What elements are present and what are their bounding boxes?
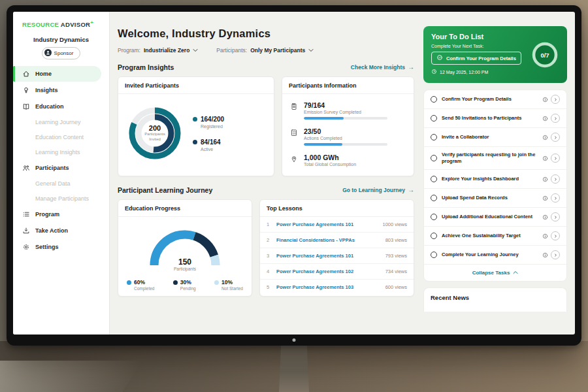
consumption-row: 1,000 GWh Total Global Consumption bbox=[290, 154, 406, 167]
sidebar: RESOURCE ADVISOR+ Industry Dynamics Spon… bbox=[13, 12, 110, 335]
sidebar-item-education[interactable]: Education bbox=[13, 99, 109, 114]
check-more-insights-label: Check More Insights bbox=[351, 64, 405, 71]
lesson-link[interactable]: Financial Considerations - VPPAs bbox=[276, 237, 381, 243]
task-label: Complete Your Learning Journey bbox=[442, 252, 538, 258]
task-label: Send 50 Invitations to Participants bbox=[442, 115, 538, 122]
collapse-tasks-link[interactable]: Collapse Tasks bbox=[424, 265, 566, 281]
invited-total-value: 200 bbox=[149, 124, 161, 132]
task-checkbox[interactable] bbox=[431, 96, 437, 103]
lesson-rank: 2 bbox=[267, 237, 272, 243]
sidebar-item-take-action[interactable]: Take Action bbox=[13, 223, 109, 238]
sidebar-item-learning-journey[interactable]: Learning Journey bbox=[13, 115, 109, 129]
gear-icon bbox=[22, 243, 30, 251]
consumption-value: 1,000 GWh bbox=[304, 154, 356, 161]
task-row-send-invitations[interactable]: Send 50 Invitations to Participants bbox=[424, 109, 566, 128]
page-title: Welcome, Industry Dynamics bbox=[118, 27, 414, 40]
task-row-complete-learning-journey[interactable]: Complete Your Learning Journey bbox=[424, 246, 566, 265]
next-task-pill[interactable]: Confirm Your Program Details bbox=[431, 52, 521, 65]
go-to-learning-journey-link[interactable]: Go to Learning Journey → bbox=[342, 187, 414, 193]
emission-survey-value: 79/164 bbox=[304, 101, 387, 109]
chevron-right-icon[interactable] bbox=[551, 231, 560, 240]
chevron-right-icon[interactable] bbox=[551, 154, 560, 163]
lesson-link[interactable]: Power Purchase Agreements 103 bbox=[276, 284, 381, 290]
participants-dropdown[interactable]: Participants: Only My Participants bbox=[216, 47, 314, 54]
monitor-bezel: RESOURCE ADVISOR+ Industry Dynamics Spon… bbox=[7, 5, 581, 346]
sidebar-item-education-content[interactable]: Education Content bbox=[13, 130, 109, 144]
task-checkbox[interactable] bbox=[431, 195, 437, 201]
task-row-explore-insights[interactable]: Explore Your Insights Dashboard bbox=[424, 170, 566, 189]
participants-info-title: Participants Information bbox=[282, 77, 414, 94]
chevron-right-icon[interactable] bbox=[551, 193, 560, 203]
registered-value: 164/200 bbox=[201, 116, 224, 123]
lesson-link[interactable]: Power Purchase Agreements 101 bbox=[276, 221, 378, 227]
sidebar-item-manage-participants[interactable]: Manage Participants bbox=[13, 191, 109, 206]
task-checkbox[interactable] bbox=[431, 134, 437, 140]
sidebar-item-label: Home bbox=[35, 71, 52, 77]
task-row-confirm-program[interactable]: Confirm Your Program Details bbox=[424, 90, 566, 109]
sponsor-badge[interactable]: Sponsor bbox=[42, 47, 81, 59]
info-icon bbox=[542, 116, 548, 122]
chevron-right-icon[interactable] bbox=[551, 250, 560, 259]
invited-donut-chart: 200 Participants Invited bbox=[123, 102, 186, 165]
active-dot bbox=[193, 140, 197, 144]
due-date-label: 12 May 2025, 12:00 PM bbox=[440, 70, 488, 74]
task-row-upload-educational-content[interactable]: Upload Additional Educational Content bbox=[424, 208, 566, 227]
recent-news-title: Recent News bbox=[431, 294, 560, 301]
chevron-right-icon[interactable] bbox=[551, 95, 560, 104]
sidebar-item-insights[interactable]: Insights bbox=[13, 82, 109, 98]
check-more-insights-link[interactable]: Check More Insights → bbox=[351, 64, 414, 71]
task-label: Explore Your Insights Dashboard bbox=[442, 176, 538, 182]
org-name: Industry Dynamics bbox=[13, 36, 109, 43]
recent-news-card: Recent News bbox=[423, 287, 567, 312]
arrow-right-icon: → bbox=[408, 187, 414, 193]
app-logo: RESOURCE ADVISOR+ bbox=[13, 20, 109, 28]
task-label: Invite a Collaborator bbox=[442, 134, 538, 140]
task-row-invite-collaborator[interactable]: Invite a Collaborator bbox=[424, 128, 566, 147]
map-pin-icon bbox=[290, 154, 299, 167]
sidebar-item-general-data[interactable]: General Data bbox=[13, 176, 109, 191]
lesson-link[interactable]: Power Purchase Agreements 102 bbox=[276, 269, 381, 274]
sidebar-item-participants[interactable]: Participants bbox=[13, 160, 109, 176]
task-label: Confirm Your Program Details bbox=[442, 96, 538, 103]
lesson-rank: 4 bbox=[267, 269, 272, 274]
task-checkbox[interactable] bbox=[431, 214, 437, 220]
chevron-right-icon[interactable] bbox=[551, 114, 560, 123]
task-checkbox[interactable] bbox=[431, 233, 437, 239]
info-icon bbox=[542, 233, 548, 239]
chevron-right-icon[interactable] bbox=[551, 174, 560, 184]
task-row-achieve-sustainability-target[interactable]: Achieve One Sustainability Target bbox=[424, 227, 566, 246]
task-checkbox[interactable] bbox=[431, 252, 437, 258]
sidebar-item-home[interactable]: Home bbox=[13, 66, 101, 82]
sidebar-item-label: Program bbox=[35, 211, 59, 218]
info-icon bbox=[542, 97, 548, 103]
lesson-views: 1000 views bbox=[382, 221, 407, 227]
program-dropdown[interactable]: Program: Industrialize Zero bbox=[118, 47, 198, 54]
gauge-total-label: Participants bbox=[142, 267, 227, 271]
people-icon bbox=[22, 164, 30, 172]
task-row-verify-participants[interactable]: Verify participants requesting to join t… bbox=[424, 147, 566, 170]
collapse-tasks-label: Collapse Tasks bbox=[472, 270, 510, 276]
task-checkbox[interactable] bbox=[431, 155, 437, 161]
logo-plus-text: + bbox=[90, 20, 93, 25]
completed-legend-item: 60% Completed bbox=[127, 279, 154, 291]
download-action-icon bbox=[22, 227, 30, 235]
task-checkbox[interactable] bbox=[431, 176, 437, 182]
learning-cards: Education Progress 150 Participants bbox=[118, 199, 414, 297]
chevron-down-icon bbox=[193, 47, 198, 54]
chevron-right-icon[interactable] bbox=[551, 212, 560, 221]
sidebar-item-learning-insights[interactable]: Learning Insights bbox=[13, 145, 109, 159]
clock-icon bbox=[431, 69, 437, 75]
consumption-label: Total Global Consumption bbox=[304, 162, 356, 167]
sidebar-item-settings[interactable]: Settings bbox=[13, 239, 109, 255]
task-checkbox[interactable] bbox=[431, 115, 437, 122]
task-label: Upload Spend Data Records bbox=[442, 195, 538, 201]
lesson-views: 793 views bbox=[385, 253, 407, 259]
next-task-label: Confirm Your Program Details bbox=[446, 56, 516, 61]
chevron-right-icon[interactable] bbox=[551, 133, 560, 142]
task-row-upload-spend-data[interactable]: Upload Spend Data Records bbox=[424, 189, 566, 208]
top-lessons-title: Top Lessons bbox=[260, 200, 414, 217]
task-label: Upload Additional Educational Content bbox=[442, 214, 538, 220]
sidebar-item-program[interactable]: Program bbox=[13, 206, 109, 222]
task-list-card: Confirm Your Program Details Send 50 Inv… bbox=[423, 90, 567, 282]
lesson-link[interactable]: Power Purchase Agreements 101 bbox=[276, 253, 381, 259]
